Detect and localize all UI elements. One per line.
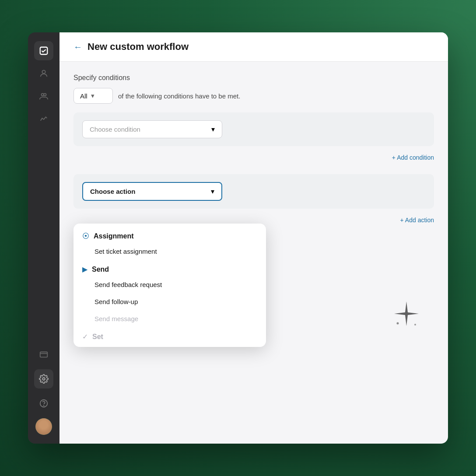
assignment-group-label: Assignment — [94, 232, 134, 240]
app-window: ← New custom workflow Specify conditions… — [28, 32, 448, 444]
back-button[interactable]: ← — [74, 42, 82, 52]
send-icon: ▶ — [82, 265, 88, 273]
svg-point-1 — [42, 70, 45, 74]
sparkle-decoration — [391, 299, 422, 330]
conditions-section-label: Specify conditions — [74, 74, 434, 82]
svg-rect-4 — [40, 352, 48, 357]
action-chevron-icon: ▾ — [211, 187, 214, 196]
sidebar-item-billing[interactable] — [34, 345, 53, 364]
sidebar-item-analytics[interactable] — [34, 109, 53, 129]
condition-placeholder: Choose condition — [90, 126, 140, 133]
svg-point-6 — [42, 378, 45, 380]
dropdown-item-send-message: Send message — [74, 310, 266, 327]
condition-dropdown[interactable]: Choose condition ▾ — [82, 120, 222, 138]
sidebar-item-agent[interactable] — [34, 64, 53, 83]
set-group-label: Set — [92, 333, 103, 341]
svg-point-3 — [44, 94, 46, 96]
action-card: Choose action ▾ — [74, 174, 434, 209]
dropdown-item-send-feedback[interactable]: Send feedback request — [74, 276, 266, 293]
avatar-image — [35, 418, 52, 435]
radio-selected-icon: ⦿ — [82, 232, 89, 240]
dropdown-popup-inner: ⦿ Assignment Set ticket assignment ▶ Sen… — [74, 224, 266, 347]
sidebar-item-check[interactable] — [34, 41, 53, 60]
dropdown-group-set: ✓ Set — [74, 327, 266, 343]
action-dropdown-popup: ⦿ Assignment Set ticket assignment ▶ Sen… — [74, 224, 266, 347]
filter-select[interactable]: All ▾ — [74, 88, 113, 104]
header: ← New custom workflow — [60, 32, 448, 62]
sidebar-bottom — [34, 345, 53, 435]
svg-point-9 — [397, 322, 399, 325]
dropdown-group-send: ▶ Send — [74, 260, 266, 276]
sidebar-item-help[interactable] — [34, 394, 53, 413]
dropdown-item-send-followup[interactable]: Send follow-up — [74, 293, 266, 310]
action-dropdown[interactable]: Choose action ▾ — [82, 182, 222, 201]
condition-chevron-icon: ▾ — [211, 125, 215, 133]
dropdown-group-assignment: ⦿ Assignment — [74, 227, 266, 243]
sidebar-item-users[interactable] — [34, 87, 53, 106]
sidebar — [28, 32, 60, 444]
chevron-down-icon: ▾ — [91, 92, 94, 100]
content-area: Specify conditions All ▾ of the followin… — [60, 62, 448, 444]
filter-value: All — [80, 92, 88, 100]
action-dropdown-label: Choose action — [90, 188, 135, 195]
send-group-label: Send — [92, 266, 109, 273]
dropdown-item-set-ticket-assignment[interactable]: Set ticket assignment — [74, 243, 266, 260]
condition-description: of the following conditions have to be m… — [118, 92, 240, 100]
condition-card: Choose condition ▾ — [74, 112, 434, 146]
page-title: New custom workflow — [88, 41, 189, 52]
set-check-icon: ✓ — [82, 332, 88, 341]
main-content: ← New custom workflow Specify conditions… — [60, 32, 448, 444]
svg-point-8 — [44, 405, 44, 406]
avatar[interactable] — [35, 418, 52, 435]
svg-point-10 — [414, 324, 416, 326]
sidebar-item-settings[interactable] — [34, 369, 53, 388]
add-condition-link[interactable]: + Add condition — [74, 150, 434, 165]
conditions-row: All ▾ of the following conditions have t… — [74, 88, 434, 104]
